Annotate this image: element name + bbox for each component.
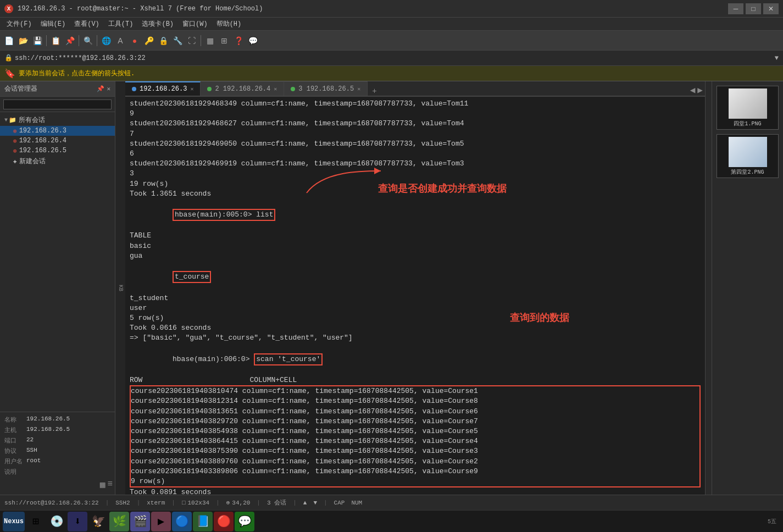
right-panel: 四堂1.PNG 第四堂2.PNG [712,81,783,495]
taskbar-play[interactable]: ▶ [151,512,171,531]
banner-text: 要添加当前会话，点击左侧的箭头按钮. [19,69,135,78]
tab-add-btn[interactable]: + [368,87,381,96]
taskbar-wechat[interactable]: 💬 [235,512,254,531]
taskbar-arrow[interactable]: ⬇ [68,512,87,531]
key-btn[interactable]: 🔑 [142,34,156,47]
sidebar-controls: 📌 ✕ [97,85,110,92]
menu-view[interactable]: 查看(V) [70,18,104,30]
copy-btn[interactable]: 📋 [49,34,62,47]
lock-btn[interactable]: 🔒 [157,34,170,47]
menu-help[interactable]: 帮助(H) [212,18,246,30]
menu-file[interactable]: 文件(F) [2,18,36,30]
tab-close-2[interactable]: ✕ [274,86,277,92]
maximize-button[interactable]: □ [746,3,761,14]
session-label-2: 192.168.26.4 [19,137,66,145]
taskbar-bird[interactable]: 🦅 [88,512,108,531]
info-name-label: 名称 [4,415,26,424]
sidebar-search [0,97,115,112]
close-button[interactable]: ✕ [763,3,779,14]
taskbar-video[interactable]: 🎬 [130,512,150,531]
kb-label: KB [115,81,125,495]
tab-1[interactable]: 192.168.26.3 ✕ [125,81,201,96]
new-session-btn[interactable]: 📄 [2,34,15,47]
menu-tools[interactable]: 工具(T) [104,18,138,30]
comment-btn[interactable]: 💬 [246,34,259,47]
address-text: ssh://root:******@192.168.26.3:22 [15,54,775,62]
course-row-4: course2023061819403829720 column=cf1:nam… [131,417,699,426]
tree-root-label: 所有会话 [19,115,45,125]
paste-btn[interactable]: 📌 [63,34,76,47]
expand-btn[interactable]: ⛶ [185,34,198,47]
tab-next-btn[interactable]: ▶ [697,85,703,96]
split-btn[interactable]: ⊞ [218,34,231,47]
toolbar: 📄 📂 💾 📋 📌 🔍 🌐 A ● 🔑 🔒 🔧 ⛶ ▦ ⊞ ❓ 💬 [0,31,783,51]
taskbar-windows[interactable]: ⊞ [26,512,46,531]
info-protocol-row: 协议 SSH [0,446,115,456]
tab-label-2: 2 192.168.26.4 [215,85,270,93]
taskbar-red[interactable]: 🔴 [214,512,234,531]
tab-close-3[interactable]: ✕ [357,86,360,92]
tree-root[interactable]: ▼ 📁 所有会话 [0,114,115,126]
term-line-3: student202306181929468627 column=cf1:nam… [130,119,701,129]
tab-dot-1 [132,87,136,91]
address-arrow[interactable]: ▼ [775,54,779,62]
tab-2[interactable]: 2 192.168.26.4 ✕ [201,81,284,96]
font-btn[interactable]: A [114,34,127,47]
session-item-1[interactable]: ⊗ 192.168.26.3 [0,126,115,136]
tab-prev-btn[interactable]: ◀ [690,85,696,96]
sidebar-dock-btn[interactable]: 📌 [97,85,104,92]
window-controls: ─ □ ✕ [728,3,779,14]
info-user-value: root [26,457,41,465]
menu-tabs[interactable]: 选项卡(B) [137,18,178,30]
term-line-9: 19 row(s) [130,179,701,189]
menu-edit[interactable]: 编辑(E) [36,18,70,30]
globe-btn[interactable]: 🌐 [99,34,113,47]
tab-close-1[interactable]: ✕ [190,86,193,92]
minimize-button[interactable]: ─ [728,3,743,14]
taskbar-logo[interactable]: Nexus [3,512,25,531]
info-port-row: 端口 22 [0,435,115,446]
status-cap: CAP [334,500,345,506]
session-item-2[interactable]: ⊗ 192.168.26.4 [0,136,115,146]
new-session-item[interactable]: ✚ 新建会话 [0,156,115,167]
search-input[interactable] [3,99,112,109]
tab-3[interactable]: 3 192.168.26.5 ✕ [284,81,368,96]
thumbnail-1[interactable]: 四堂1.PNG [717,86,779,130]
tab-label-3: 3 192.168.26.5 [298,85,354,93]
course-row-9: course2023061819403389806 column=cf1:nam… [131,467,699,476]
settings-btn[interactable]: 🔧 [171,34,184,47]
terminal[interactable]: student202306181929468349 column=cf1:nam… [125,97,705,495]
help-btn[interactable]: ❓ [232,34,245,47]
save-btn[interactable]: 💾 [31,34,44,47]
thumbnail-2[interactable]: 第四堂2.PNG [717,134,779,178]
open-btn[interactable]: 📂 [16,34,30,47]
terminal-scrollbar[interactable] [705,81,712,495]
status-up-arrow[interactable]: ▲ [303,500,307,506]
scan-command-box: scan 't_course' [254,353,323,365]
status-position: ⊕ 34,20 [226,499,251,506]
tab-navigation: ◀ ▶ [688,85,705,96]
find-btn[interactable]: 🔍 [81,34,95,47]
taskbar-book[interactable]: 📘 [193,512,213,531]
status-down-arrow[interactable]: ▼ [313,500,317,506]
layout-btn[interactable]: ▦ [203,34,216,47]
term-line-1: student202306181929468349 column=cf1:nam… [130,99,701,109]
sidebar-header: 会话管理器 📌 ✕ [0,81,115,97]
color-btn[interactable]: ● [128,34,141,47]
status-protocol: SSH2 [115,500,130,506]
course-data-section: course2023061819403810474 column=cf1:nam… [130,385,701,487]
list-icon[interactable]: ≡ [107,479,113,490]
menu-window[interactable]: 窗口(W) [178,18,212,30]
taskbar-disc[interactable]: 💿 [47,512,66,531]
term-line-5: student202306181929469050 column=cf1:nam… [130,139,701,149]
grid-icon[interactable]: ▦ [100,479,105,490]
course-row-7: course2023061819403875390 column=cf1:nam… [131,446,699,456]
session-item-3[interactable]: ⊗ 192.168.26.5 [0,146,115,156]
sidebar-close-btn[interactable]: ✕ [107,85,110,92]
course-row-6: course2023061819403864415 column=cf1:nam… [131,436,699,446]
taskbar-photo[interactable]: 🌿 [109,512,129,531]
content-area: 会话管理器 📌 ✕ ▼ 📁 所有会话 ⊗ 192.168.26.3 [0,81,783,495]
taskbar-blue[interactable]: 🔵 [172,512,192,531]
banner-icon: 🔖 [4,68,15,79]
info-protocol-label: 协议 [4,447,26,455]
